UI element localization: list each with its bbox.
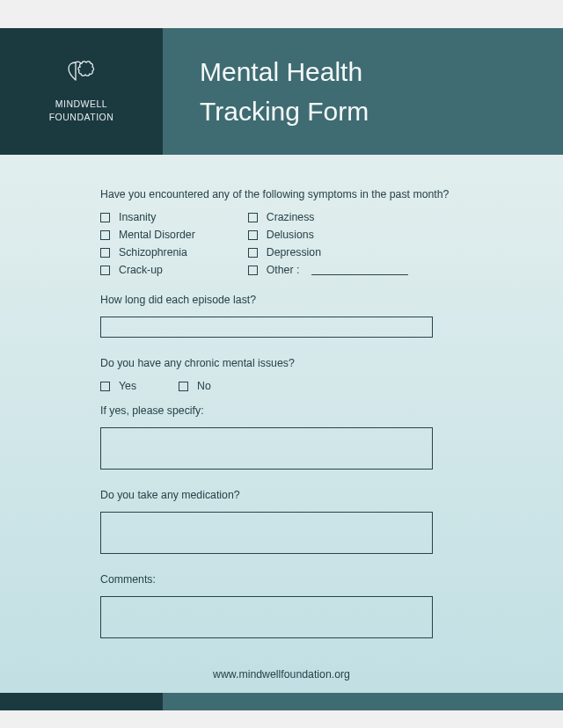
specify-input[interactable] [100, 427, 433, 470]
org-name: MINDWELL FOUNDATION [49, 98, 114, 123]
page: MINDWELL FOUNDATION Mental Health Tracki… [0, 0, 563, 728]
header: MINDWELL FOUNDATION Mental Health Tracki… [0, 28, 563, 155]
title-block: Mental Health Tracking Form [163, 28, 563, 155]
page-title: Mental Health Tracking Form [200, 52, 369, 131]
footer-url: www.mindwellfoundation.org [0, 668, 563, 681]
symptom-row: Insanity [100, 211, 195, 223]
yes-row: Yes [100, 380, 136, 392]
symptom-label: Schizophrenia [119, 246, 187, 258]
form-body: Have you encountered any of the followin… [0, 155, 563, 710]
symptom-row: Depression [248, 246, 409, 258]
other-label: Other : [267, 264, 300, 276]
question-symptoms: Have you encountered any of the followin… [100, 188, 463, 200]
symptom-row: Delusions [248, 229, 409, 241]
episode-length-input[interactable] [100, 317, 433, 338]
symptoms-grid: Insanity Mental Disorder Schizophrenia C… [100, 211, 463, 276]
question-episode-length: How long did each episode last? [100, 294, 463, 306]
checkbox-delusions[interactable] [248, 230, 258, 240]
comments-input[interactable] [100, 596, 433, 638]
form-content: Have you encountered any of the followin… [0, 188, 563, 638]
checkbox-crack-up[interactable] [100, 266, 110, 275]
symptom-row: Crack-up [100, 264, 195, 276]
org-line1: MINDWELL [49, 98, 114, 111]
checkbox-other[interactable] [248, 266, 258, 275]
top-margin [0, 0, 563, 28]
symptom-row: Craziness [248, 211, 409, 223]
symptom-row: Other : [248, 264, 409, 276]
question-comments: Comments: [100, 573, 463, 586]
no-label: No [197, 380, 211, 392]
medication-input[interactable] [100, 512, 433, 554]
bottom-strip [0, 693, 563, 710]
symptom-row: Mental Disorder [100, 229, 195, 241]
other-input-line[interactable] [311, 266, 408, 275]
checkbox-mental-disorder[interactable] [100, 230, 110, 240]
symptoms-col-1: Insanity Mental Disorder Schizophrenia C… [100, 211, 195, 276]
org-line2: FOUNDATION [49, 111, 114, 124]
checkbox-craziness[interactable] [248, 213, 258, 222]
no-row: No [179, 380, 211, 392]
question-chronic: Do you have any chronic mental issues? [100, 357, 463, 369]
bottom-light [163, 693, 563, 710]
checkbox-schizophrenia[interactable] [100, 248, 110, 258]
bottom-dark [0, 693, 163, 710]
checkbox-insanity[interactable] [100, 213, 110, 222]
heart-brain-icon [66, 59, 98, 89]
symptom-label: Depression [267, 246, 321, 258]
symptom-label: Insanity [119, 211, 156, 223]
question-medication: Do you take any medication? [100, 489, 463, 501]
checkbox-no[interactable] [179, 382, 188, 391]
question-specify: If yes, please specify: [100, 404, 463, 417]
symptom-row: Schizophrenia [100, 246, 195, 258]
symptom-label: Delusions [267, 229, 314, 241]
checkbox-depression[interactable] [248, 248, 258, 258]
yes-no-row: Yes No [100, 380, 463, 392]
yes-label: Yes [119, 380, 136, 392]
logo-block: MINDWELL FOUNDATION [0, 28, 163, 155]
symptom-label: Crack-up [119, 264, 163, 276]
symptom-label: Craziness [267, 211, 315, 223]
symptoms-col-2: Craziness Delusions Depression Other : [248, 211, 409, 276]
checkbox-yes[interactable] [100, 382, 110, 391]
symptom-label: Mental Disorder [119, 229, 195, 241]
